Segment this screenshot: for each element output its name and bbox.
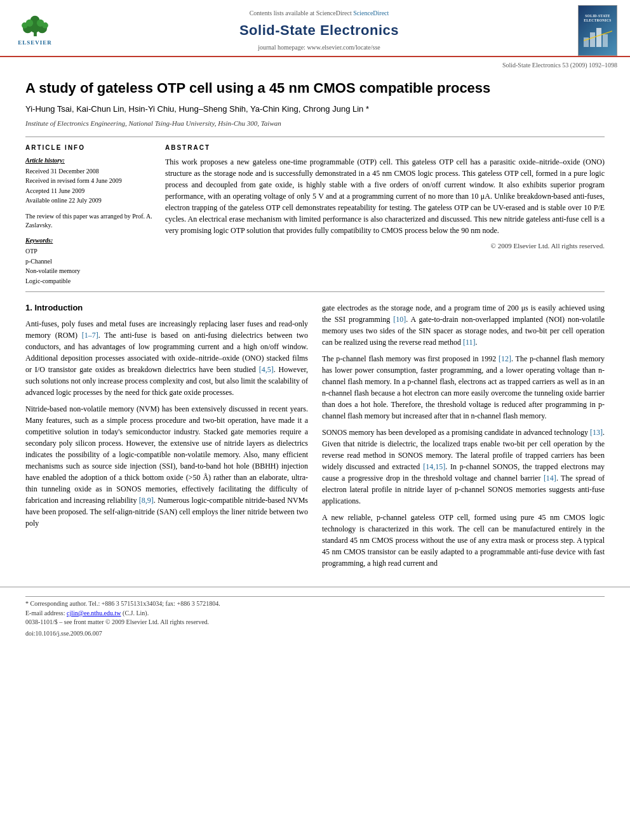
- page-wrapper: ELSEVIER Contents lists available at Sci…: [0, 0, 630, 645]
- main-content-area: A study of gateless OTP cell using a 45 …: [0, 73, 630, 587]
- body-right-column: gate electrodes as the storage node, and…: [322, 302, 605, 574]
- ref-13[interactable]: [13]: [590, 428, 603, 437]
- ref-14-15[interactable]: [14,15]: [423, 462, 445, 471]
- accepted-date: Accepted 11 June 2009: [25, 187, 152, 196]
- received-revised-date: Received in revised form 4 June 2009: [25, 177, 152, 186]
- page-footer: * Corresponding author. Tel.: +886 3 571…: [0, 587, 630, 645]
- intro-para2: Nitride-based non-volatile memory (NVM) …: [25, 403, 308, 529]
- journal-header: ELSEVIER Contents lists available at Sci…: [0, 0, 630, 57]
- abstract-text: This work proposes a new gateless one-ti…: [165, 156, 605, 236]
- author-email-link[interactable]: cjlin@ee.nthu.edu.tw: [67, 610, 121, 617]
- keywords-section: Keywords: OTP p-Channel Non-volatile mem…: [25, 236, 152, 286]
- elsevier-logo: ELSEVIER: [13, 13, 57, 48]
- elsevier-logo-area: ELSEVIER: [13, 5, 67, 56]
- article-history: Article history: Received 31 December 20…: [25, 156, 152, 206]
- authors-list: Yi-Hung Tsai, Kai-Chun Lin, Hsin-Yi Chiu…: [25, 103, 605, 116]
- intro-para1: Anti-fuses, poly fuses and metal fuses a…: [25, 318, 308, 398]
- doi-footer: doi:10.1016/j.sse.2009.06.007: [25, 629, 605, 639]
- abstract-label: ABSTRACT: [165, 143, 605, 153]
- body-content: 1. Introduction Anti-fuses, poly fuses a…: [25, 302, 605, 574]
- journal-cover-area: SOLID-STATEELECTRONICS: [572, 5, 617, 56]
- cover-title-text: SOLID-STATEELECTRONICS: [584, 14, 611, 23]
- intro-heading: 1. Introduction: [25, 302, 308, 314]
- intro-para3: gate electrodes as the storage node, and…: [322, 302, 605, 348]
- affiliation-text: Institute of Electronics Engineering, Na…: [25, 119, 605, 129]
- email-suffix: (C.J. Lin).: [123, 610, 149, 617]
- keyword-pchannel: p-Channel: [25, 257, 152, 267]
- ref-12[interactable]: [12]: [499, 354, 511, 363]
- content-divider: [25, 291, 605, 292]
- elsevier-tree-icon: [18, 13, 53, 37]
- intro-para6: A new reliable, p-channel gateless OTP c…: [322, 512, 605, 569]
- intro-para4: The p-channel flash memory was first pro…: [322, 353, 605, 422]
- intro-para5: SONOS memory has been developed as a pro…: [322, 427, 605, 507]
- reduced-text: reduced: [502, 400, 526, 409]
- copyright-notice: © 2009 Elsevier Ltd. All rights reserved…: [165, 241, 605, 251]
- keyword-logic: Logic-compatible: [25, 277, 152, 286]
- available-date: Available online 22 July 2009: [25, 196, 152, 206]
- elsevier-brand-text: ELSEVIER: [18, 39, 52, 47]
- ref-10[interactable]: [10]: [393, 315, 406, 324]
- svg-rect-11: [596, 28, 601, 47]
- article-info-column: ARTICLE INFO Article history: Received 3…: [25, 143, 152, 287]
- abstract-column: ABSTRACT This work proposes a new gatele…: [165, 143, 605, 287]
- journal-main-title: Solid-State Electronics: [239, 20, 399, 41]
- received-date: Received 31 December 2008: [25, 167, 152, 177]
- journal-sciencedirect-note: Contents lists available at ScienceDirec…: [250, 9, 389, 18]
- history-label: Article history:: [25, 156, 152, 166]
- ref-14b[interactable]: [14]: [544, 474, 556, 483]
- journal-cover-image: SOLID-STATEELECTRONICS: [578, 5, 617, 56]
- review-note: The review of this paper was arranged by…: [25, 212, 152, 230]
- header-divider: [25, 137, 605, 137]
- keyword-otp: OTP: [25, 247, 152, 257]
- ref-8-9[interactable]: [8,9]: [139, 496, 154, 505]
- article-info-label: ARTICLE INFO: [25, 143, 152, 153]
- copyright-footer: 0038-1101/$ – see front matter © 2009 El…: [25, 618, 605, 627]
- svg-rect-10: [590, 32, 595, 47]
- svg-point-7: [22, 23, 28, 29]
- article-citation: Solid-State Electronics 53 (2009) 1092–1…: [0, 57, 630, 73]
- corresponding-author-note: * Corresponding author. Tel.: +886 3 571…: [25, 596, 605, 618]
- cover-graph-icon: [584, 25, 612, 47]
- journal-homepage: journal homepage: www.elsevier.com/locat…: [258, 43, 380, 53]
- svg-rect-12: [603, 34, 608, 47]
- svg-point-8: [42, 23, 48, 29]
- body-left-column: 1. Introduction Anti-fuses, poly fuses a…: [25, 302, 308, 574]
- ref-1-7[interactable]: [1–7]: [82, 331, 98, 340]
- sciencedirect-link[interactable]: ScienceDirect: [353, 10, 389, 17]
- article-info-abstract-section: ARTICLE INFO Article history: Received 3…: [25, 143, 605, 287]
- keyword-nvm: Non-volatile memory: [25, 267, 152, 276]
- email-label: E-mail address:: [25, 610, 65, 617]
- keywords-label: Keywords:: [25, 236, 152, 246]
- journal-title-area: Contents lists available at ScienceDirec…: [67, 5, 572, 56]
- ref-4-5[interactable]: [4,5]: [259, 365, 274, 374]
- article-title: A study of gateless OTP cell using a 45 …: [25, 79, 605, 98]
- ref-11[interactable]: [11]: [463, 338, 476, 347]
